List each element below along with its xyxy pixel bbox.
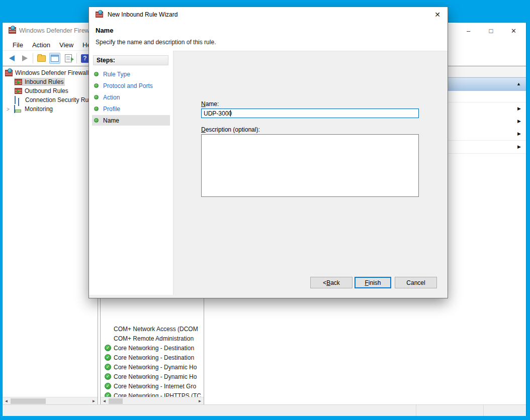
cancel-button[interactable]: Cancel <box>395 277 437 288</box>
forward-icon[interactable] <box>20 53 30 63</box>
step-label: Rule Type <box>103 71 130 78</box>
status-separator <box>483 405 484 416</box>
enabled-check-icon: ✓ <box>105 354 111 361</box>
no-icon <box>105 326 111 332</box>
tree-item-label: Inbound Rules <box>25 78 63 85</box>
rule-row[interactable]: ✓ Core Networking - Dynamic Ho <box>101 372 204 381</box>
menu-view[interactable]: View <box>55 41 78 49</box>
step-action[interactable]: Action <box>92 92 170 102</box>
wizard-titlebar: New Inbound Rule Wizard ✕ <box>89 7 448 22</box>
name-field-label: Name: <box>201 100 219 108</box>
no-icon <box>105 335 111 342</box>
flyout-arrow-icon: ▶ <box>517 119 521 124</box>
rule-row[interactable]: ✓ Core Networking - Destination <box>101 353 204 362</box>
tree-item-connection-security[interactable]: Connection Security Rul <box>15 95 90 104</box>
steps-pane: Steps: Rule Type Protocol and Ports Acti… <box>89 51 173 295</box>
menubar: File Action View Help <box>3 40 97 50</box>
tree-item-label: Monitoring <box>25 106 53 113</box>
flyout-arrow-icon: ▶ <box>517 144 521 149</box>
step-label: Protocol and Ports <box>103 82 153 89</box>
tree-item-outbound-rules[interactable]: Outbound Rules <box>15 86 68 95</box>
back-button[interactable]: < Back <box>310 277 352 288</box>
step-bullet-icon <box>94 118 99 123</box>
rule-name: Core Networking - Dynamic Ho <box>114 364 197 371</box>
step-label: Profile <box>103 106 120 113</box>
step-name[interactable]: Name <box>92 115 170 126</box>
menu-file[interactable]: File <box>8 41 28 49</box>
wizard-close-icon[interactable]: ✕ <box>430 8 445 21</box>
rule-name-input[interactable] <box>201 109 419 118</box>
tree-item-label: Connection Security Rul <box>25 96 90 103</box>
window-controls: – □ ✕ <box>457 24 525 38</box>
scroll-right-icon[interactable]: ► <box>196 397 204 405</box>
rule-name: Core Networking - Destination <box>114 345 194 352</box>
status-bar <box>3 404 526 416</box>
tree-horizontal-scrollbar[interactable]: ◄ ► <box>3 397 98 405</box>
expand-chevron-icon[interactable]: > <box>6 107 11 112</box>
maximize-button[interactable]: □ <box>480 24 502 38</box>
step-rule-type[interactable]: Rule Type <box>92 69 170 79</box>
toolbar: ? <box>3 50 95 66</box>
rule-name: COM+ Network Access (DCOM <box>114 326 198 333</box>
collapse-icon[interactable]: ▲ <box>516 81 521 86</box>
step-bullet-icon <box>94 83 99 88</box>
rule-name: Core Networking - Destination <box>114 354 194 361</box>
text-caret <box>230 110 231 117</box>
finish-button[interactable]: Finish <box>355 277 391 288</box>
rule-name: COM+ Remote Administration <box>114 335 194 342</box>
flyout-arrow-icon: ▶ <box>517 131 521 136</box>
step-label: Name <box>103 117 119 124</box>
step-bullet-icon <box>94 107 99 111</box>
toolbar-separator <box>33 53 33 63</box>
step-protocol-and-ports[interactable]: Protocol and Ports <box>92 80 170 91</box>
firewall-app-icon <box>9 27 16 34</box>
new-inbound-rule-wizard-dialog: New Inbound Rule Wizard ✕ Name Specify t… <box>89 7 448 298</box>
rule-name: Core Networking - Internet Gro <box>114 383 196 390</box>
menu-action[interactable]: Action <box>28 41 55 49</box>
minimize-button[interactable]: – <box>457 24 480 38</box>
close-button[interactable]: ✕ <box>502 24 525 38</box>
rule-row[interactable]: COM+ Network Access (DCOM <box>101 324 204 334</box>
scroll-left-icon[interactable]: ◄ <box>3 397 10 405</box>
rule-row[interactable]: ✓ Core Networking - Destination <box>101 343 204 353</box>
scroll-right-icon[interactable]: ► <box>90 397 98 405</box>
scroll-left-icon[interactable]: ◄ <box>101 397 108 405</box>
flyout-arrow-icon: ▶ <box>517 106 521 111</box>
export-list-icon[interactable] <box>63 53 73 63</box>
wizard-header: Name Specify the name and description of… <box>89 22 448 51</box>
step-profile[interactable]: Profile <box>92 103 170 114</box>
tree-item-root[interactable]: Windows Defender Firewall <box>5 68 89 77</box>
steps-heading: Steps: <box>93 55 168 65</box>
rule-name: Core Networking - Dynamic Ho <box>114 373 197 380</box>
tree-item-monitoring[interactable]: > Monitoring <box>6 104 53 114</box>
step-label: Action <box>103 94 120 101</box>
step-bullet-icon <box>94 95 99 99</box>
rule-row[interactable]: ✓ Core Networking - Dynamic Ho <box>101 362 204 372</box>
inbound-rules-icon <box>15 79 22 85</box>
connection-security-icon <box>15 96 23 103</box>
scrollbar-thumb[interactable] <box>11 398 46 404</box>
enabled-check-icon: ✓ <box>105 383 111 389</box>
wizard-page-title: Name <box>96 27 113 34</box>
back-icon[interactable] <box>7 53 17 63</box>
enabled-check-icon: ✓ <box>105 373 111 380</box>
wizard-title: New Inbound Rule Wizard <box>108 11 178 18</box>
enabled-check-icon: ✓ <box>105 364 111 370</box>
list-horizontal-scrollbar[interactable]: ◄ ► <box>101 397 204 405</box>
tree-item-inbound-rules[interactable]: Inbound Rules <box>14 77 65 86</box>
console-window-icon[interactable] <box>49 53 60 64</box>
help-icon[interactable]: ? <box>80 53 90 63</box>
show-console-tree-icon[interactable] <box>36 53 46 63</box>
toolbar-separator <box>76 53 77 63</box>
tree-item-label: Outbound Rules <box>25 87 68 94</box>
status-separator <box>416 405 416 416</box>
rule-description-textarea[interactable] <box>201 134 419 197</box>
description-field-label: Description (optional): <box>201 126 260 133</box>
desktop: Windows Defender Firewall – □ ✕ File Act… <box>0 0 530 420</box>
window-title: Windows Defender Firewall <box>19 27 91 35</box>
scrollbar-thumb[interactable] <box>109 398 123 404</box>
rule-row[interactable]: COM+ Remote Administration <box>101 334 204 343</box>
rule-row[interactable]: ✓ Core Networking - Internet Gro <box>101 381 204 391</box>
outbound-rules-icon <box>15 88 22 94</box>
monitoring-icon <box>14 106 22 113</box>
